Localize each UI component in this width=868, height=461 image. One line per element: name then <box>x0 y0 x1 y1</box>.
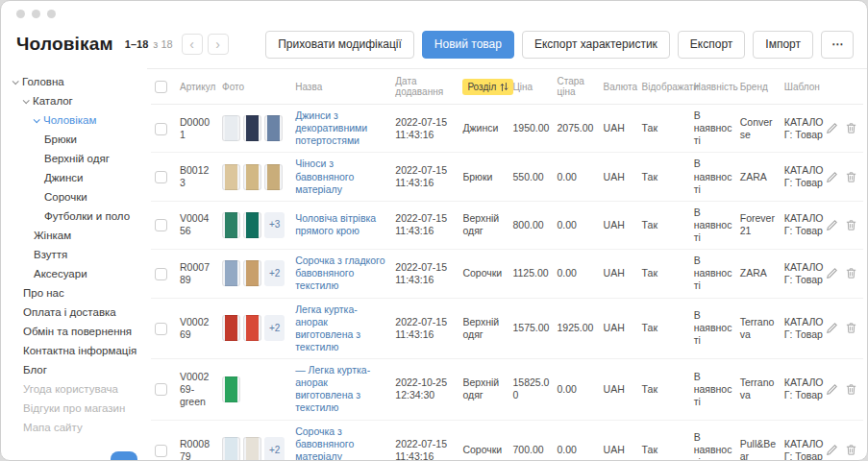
product-photo[interactable] <box>222 260 240 286</box>
delete-icon[interactable] <box>845 322 857 334</box>
chat-widget-button[interactable] <box>111 451 137 461</box>
more-photos-badge[interactable]: +2 <box>264 437 285 461</box>
table-row: V000456+3Чоловіча вітрівка прямого крою2… <box>151 201 863 249</box>
product-name-link[interactable]: Джинси з декоративними потертостями <box>295 109 367 146</box>
sidebar-item-4[interactable]: Верхній одяг <box>1 149 147 168</box>
prev-page-button[interactable]: ‹ <box>182 34 203 55</box>
hide-modifications-button[interactable]: Приховати модифікації <box>265 31 414 59</box>
import-button[interactable]: Імпорт <box>753 31 813 59</box>
delete-icon[interactable] <box>845 219 857 231</box>
product-photo[interactable] <box>243 212 261 238</box>
row-actions <box>834 322 859 334</box>
column-header-9[interactable]: Наявність <box>690 69 736 105</box>
product-photo[interactable] <box>222 376 240 402</box>
more-photos-badge[interactable]: +3 <box>264 212 285 238</box>
sidebar-item-16[interactable]: Угода користувача <box>1 379 147 399</box>
edit-icon[interactable] <box>826 267 838 279</box>
product-name-link[interactable]: Чоловіча вітрівка прямого крою <box>295 212 376 236</box>
row-checkbox[interactable] <box>155 171 167 183</box>
sidebar-item-2[interactable]: Чоловікам <box>1 110 147 130</box>
more-photos-badge[interactable]: +2 <box>264 315 285 341</box>
column-header-5[interactable]: Ціна <box>508 69 553 105</box>
product-name-link[interactable]: Сорочка з бавовняного матеріалу притален… <box>295 425 380 461</box>
sidebar-item-17[interactable]: Відгуки про магазин <box>1 399 147 418</box>
column-header-7[interactable]: Валюта <box>600 69 638 105</box>
delete-icon[interactable] <box>845 267 857 279</box>
more-photos-badge[interactable]: +2 <box>264 260 285 286</box>
sidebar-item-3[interactable]: Брюки <box>1 130 147 149</box>
edit-icon[interactable] <box>826 219 838 231</box>
more-actions-button[interactable]: ⋯ <box>821 31 854 59</box>
sidebar-item-1[interactable]: Каталог <box>1 91 147 110</box>
edit-icon[interactable] <box>826 444 838 456</box>
sidebar-item-5[interactable]: Джинси <box>1 168 147 187</box>
product-photo[interactable] <box>243 164 261 190</box>
column-header-1[interactable]: Фото <box>218 69 291 105</box>
sidebar-item-9[interactable]: Взуття <box>1 245 147 264</box>
delete-icon[interactable] <box>845 444 857 456</box>
product-photo[interactable] <box>243 115 261 141</box>
product-photo[interactable] <box>222 437 240 461</box>
row-checkbox[interactable] <box>155 383 167 396</box>
column-header-2[interactable]: Назва <box>291 69 391 105</box>
sidebar-item-11[interactable]: Про нас <box>1 283 147 303</box>
product-photo[interactable] <box>264 164 283 190</box>
sidebar-item-18[interactable]: Мапа сайту <box>1 418 147 437</box>
row-checkbox[interactable] <box>155 123 167 135</box>
delete-icon[interactable] <box>845 122 857 134</box>
product-name-link[interactable]: Сорочка з гладкого бавовняного текстилю <box>295 255 384 291</box>
edit-icon[interactable] <box>826 322 838 334</box>
product-name-link[interactable]: Чіноси з бавовняного матеріалу <box>295 158 354 194</box>
product-photo[interactable] <box>222 164 240 190</box>
column-header-0[interactable]: Артикул <box>176 69 218 105</box>
product-photo[interactable] <box>243 315 261 341</box>
sidebar-item-12[interactable]: Оплата і доставка <box>1 303 147 322</box>
row-checkbox[interactable] <box>155 219 167 231</box>
row-checkbox[interactable] <box>155 268 167 280</box>
sidebar-item-0[interactable]: Головна <box>1 72 147 91</box>
edit-icon[interactable] <box>826 383 838 396</box>
product-photo[interactable] <box>243 260 261 286</box>
product-photo[interactable] <box>243 437 261 461</box>
product-photo[interactable] <box>222 115 240 141</box>
window-minimize-button[interactable] <box>32 10 40 18</box>
sidebar-item-15[interactable]: Блог <box>1 360 147 379</box>
product-name-link[interactable]: Легка куртка-анорак виготовлена з тексти… <box>295 303 360 352</box>
column-header-4[interactable]: Розділ <box>459 69 508 105</box>
delete-icon[interactable] <box>845 171 857 183</box>
old-price-cell: 0.00 <box>554 250 600 298</box>
sidebar-item-10[interactable]: Аксесуари <box>1 264 147 283</box>
delete-icon[interactable] <box>845 383 857 396</box>
window-close-button[interactable] <box>16 10 25 18</box>
currency-cell: UAH <box>600 153 638 201</box>
column-header-label: Артикул <box>180 82 215 92</box>
sidebar-item-6[interactable]: Сорочки <box>1 187 147 206</box>
column-header-3[interactable]: Дата додавання <box>391 69 459 105</box>
export-button[interactable]: Експорт <box>678 31 745 59</box>
row-checkbox[interactable] <box>155 323 167 335</box>
sidebar-item-8[interactable]: Жінкам <box>1 226 147 245</box>
window-maximize-button[interactable] <box>47 10 56 18</box>
edit-icon[interactable] <box>826 122 838 134</box>
product-photo[interactable] <box>264 115 283 141</box>
sidebar-item-14[interactable]: Контактна інформація <box>1 341 147 360</box>
column-header-6[interactable]: Стара ціна <box>554 69 600 105</box>
column-header-10[interactable]: Бренд <box>736 69 781 105</box>
product-photo[interactable] <box>222 315 240 341</box>
new-product-button[interactable]: Новий товар <box>422 31 514 59</box>
export-attributes-button[interactable]: Експорт характеристик <box>522 31 670 59</box>
actions-cell <box>831 359 863 421</box>
column-header-label: Шаблон <box>784 82 820 92</box>
date-value: 2022-10-25 <box>395 376 455 389</box>
row-checkbox[interactable] <box>155 445 167 457</box>
sidebar-item-13[interactable]: Обмін та повернення <box>1 322 147 341</box>
select-all-checkbox[interactable] <box>155 81 167 93</box>
sidebar-item-7[interactable]: Футболки и поло <box>1 206 147 226</box>
edit-icon[interactable] <box>826 171 838 183</box>
actions-cell <box>831 420 863 461</box>
next-page-button[interactable]: › <box>208 34 229 55</box>
column-header-8[interactable]: Відображати <box>638 69 690 105</box>
product-name-link[interactable]: — Легка куртка-анорак виготовлена з текс… <box>295 364 370 413</box>
product-photo[interactable] <box>222 212 240 238</box>
column-header-11[interactable]: Шаблон <box>781 69 831 105</box>
